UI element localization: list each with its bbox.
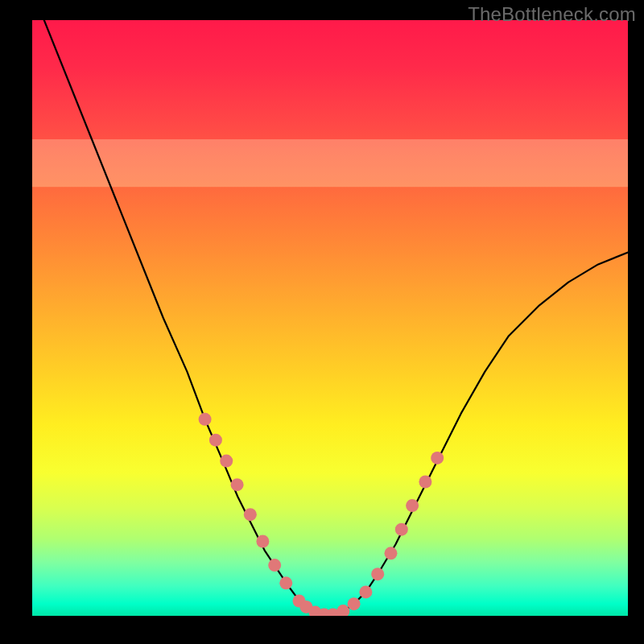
curve-dot [431,452,444,464]
plot-area [32,20,628,616]
curve-dot [406,499,419,512]
curve-layer [32,20,628,616]
curve-dot [268,559,281,572]
bottleneck-curve [44,20,628,615]
curve-dot [419,476,431,489]
curve-dot [199,413,212,426]
curve-dot [336,605,349,616]
curve-dot [371,568,384,580]
curve-markers [199,413,444,616]
curve-dot [209,434,222,447]
highlight-band [32,139,628,187]
curve-dot [395,523,408,536]
curve-dot [256,535,269,548]
curve-dot [244,508,257,521]
curve-dot [359,585,372,598]
curve-dot [384,547,397,559]
chart-root: TheBottleneck.com [0,0,644,644]
curve-dot [279,576,292,589]
curve-dot [231,478,244,491]
curve-dot [220,455,233,468]
watermark-text: TheBottleneck.com [468,3,636,26]
curve-dot [348,597,361,610]
